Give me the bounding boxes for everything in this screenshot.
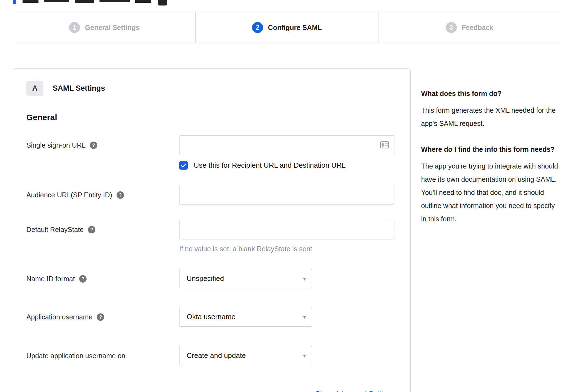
update-username-label: Update application username on xyxy=(26,352,125,360)
recipient-url-checkbox-label[interactable]: Use this for Recipient URL and Destinati… xyxy=(194,161,346,170)
field-control: Use this for Recipient URL and Destinati… xyxy=(179,135,394,170)
relay-state-input[interactable] xyxy=(179,220,394,239)
field-label-row: Application username ? xyxy=(26,307,179,321)
panel-header: A SAML Settings xyxy=(26,81,397,96)
recipient-url-checkbox[interactable] xyxy=(179,161,188,170)
panel-title: SAML Settings xyxy=(53,84,105,93)
update-username-select[interactable]: Create and update ▾ xyxy=(179,346,312,365)
saml-settings-panel: A SAML Settings General Single sign-on U… xyxy=(13,68,411,392)
selected-value: Create and update xyxy=(187,351,246,360)
help-heading: What does this form do? xyxy=(421,89,562,99)
step-number-badge: 3 xyxy=(446,22,457,33)
sso-url-label: Single sign-on URL xyxy=(26,141,85,149)
help-icon[interactable]: ? xyxy=(117,191,124,199)
clipped-title-fragment xyxy=(99,0,130,2)
help-heading: Where do I find the info this form needs… xyxy=(421,144,562,154)
field-row-app-username: Application username ? Okta username ▾ xyxy=(26,307,397,327)
show-advanced-settings-link[interactable]: Show Advanced Settings xyxy=(315,390,394,392)
help-icon[interactable]: ? xyxy=(88,226,95,233)
name-id-format-select[interactable]: Unspecified ▾ xyxy=(179,269,312,288)
step-number-badge: 1 xyxy=(69,22,80,33)
step-configure-saml[interactable]: 2 Configure SAML xyxy=(195,12,378,43)
relay-state-label: Default RelayState xyxy=(26,226,84,234)
help-body: The app you're trying to integrate with … xyxy=(421,159,562,225)
app-username-select[interactable]: Okta username ▾ xyxy=(179,307,312,327)
chevron-down-icon: ▾ xyxy=(303,352,306,359)
step-number-badge: 2 xyxy=(252,22,263,33)
clipped-title-fragment xyxy=(135,0,151,3)
selected-value: Unspecified xyxy=(187,274,224,283)
clipped-title-fragment xyxy=(23,0,38,3)
field-row-name-id-format: Name ID format ? Unspecified ▾ xyxy=(26,269,397,288)
help-icon[interactable]: ? xyxy=(97,313,104,321)
help-icon[interactable]: ? xyxy=(90,142,97,149)
help-icon[interactable]: ? xyxy=(79,275,87,283)
field-row-audience-uri: Audience URI (SP Entity ID) ? xyxy=(26,185,397,205)
step-general-settings[interactable]: 1 General Settings xyxy=(13,12,195,43)
audience-uri-input[interactable] xyxy=(179,185,394,205)
audience-uri-label: Audience URI (SP Entity ID) xyxy=(26,191,112,199)
step-label: Configure SAML xyxy=(268,24,322,32)
field-label-row: Update application username on xyxy=(26,346,179,360)
name-id-format-label: Name ID format xyxy=(26,275,75,283)
help-section-form-purpose: What does this form do? This form genera… xyxy=(421,89,562,130)
help-section-find-info: Where do I find the info this form needs… xyxy=(421,144,562,225)
field-label-row: Default RelayState ? xyxy=(26,220,179,234)
checkmark-icon xyxy=(181,163,186,168)
sso-url-input[interactable] xyxy=(179,135,394,155)
field-control: Okta username ▾ xyxy=(179,307,312,327)
general-group-title: General xyxy=(26,113,397,122)
step-label: General Settings xyxy=(85,24,140,32)
field-control: Create and update ▾ xyxy=(179,346,312,365)
field-row-sso-url: Single sign-on URL ? U xyxy=(26,135,397,170)
field-control: If no value is set, a blank RelayState i… xyxy=(179,220,394,253)
clipped-title-fragment xyxy=(75,0,94,3)
clipped-title-fragment xyxy=(44,0,69,2)
relay-state-hint: If no value is set, a blank RelayState i… xyxy=(179,245,394,253)
field-label-row: Name ID format ? xyxy=(26,269,179,283)
field-control xyxy=(179,185,394,205)
help-sidebar: What does this form do? This form genera… xyxy=(421,89,562,225)
field-label-row: Single sign-on URL ? xyxy=(26,135,179,149)
selected-value: Okta username xyxy=(187,313,236,321)
field-label-row: Audience URI (SP Entity ID) ? xyxy=(26,185,179,199)
chevron-down-icon: ▾ xyxy=(303,275,306,282)
contact-card-icon[interactable] xyxy=(380,141,389,150)
wizard-stepper: 1 General Settings 2 Configure SAML 3 Fe… xyxy=(13,12,561,43)
advanced-settings-row: Show Advanced Settings xyxy=(26,390,394,392)
chevron-down-icon: ▾ xyxy=(303,314,306,320)
field-control: Unspecified ▾ xyxy=(179,269,312,288)
clipped-logo-fragment xyxy=(13,0,16,4)
field-row-update-username: Update application username on Create an… xyxy=(26,346,397,365)
step-label: Feedback xyxy=(462,24,493,32)
clipped-icon-fragment xyxy=(158,0,167,5)
field-row-relay-state: Default RelayState ? If no value is set,… xyxy=(26,220,397,253)
section-a-badge: A xyxy=(26,81,43,96)
app-username-label: Application username xyxy=(26,313,92,321)
sso-checkbox-row: Use this for Recipient URL and Destinati… xyxy=(179,161,394,170)
step-feedback[interactable]: 3 Feedback xyxy=(378,12,561,43)
help-body: This form generates the XML needed for t… xyxy=(421,104,562,130)
